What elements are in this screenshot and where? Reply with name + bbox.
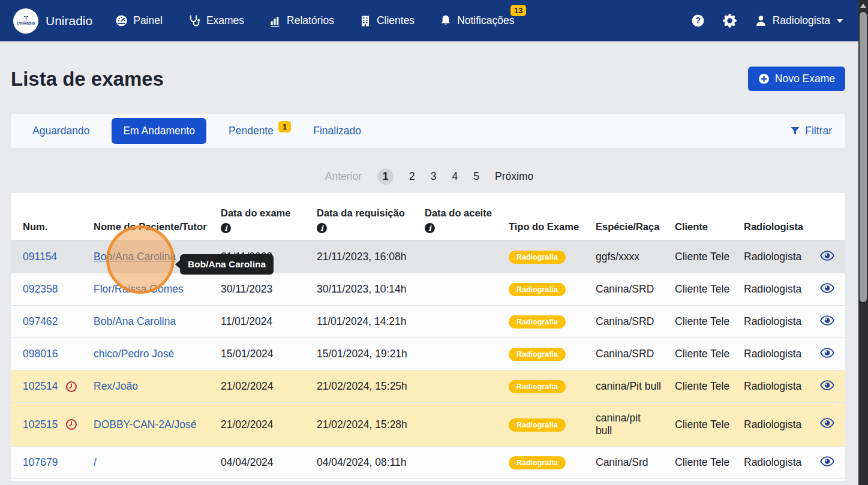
exam-date-cell: 15/01/2024 xyxy=(216,338,312,370)
tab-label: Aguardando xyxy=(32,125,89,137)
tab-pendente[interactable]: Pendente1 xyxy=(229,125,291,137)
patient-name-cell: Bob/Ana Carolina xyxy=(89,306,216,338)
antenna-icon xyxy=(23,16,29,20)
exam-type-badge: Radiografia xyxy=(509,380,566,393)
accept-date-cell xyxy=(420,306,504,338)
exam-number-cell: 097462 xyxy=(11,306,89,338)
exam-number-cell: 102515 xyxy=(11,403,89,447)
view-exam-eye-icon[interactable] xyxy=(820,315,834,326)
funnel-icon xyxy=(790,126,800,136)
patient-name-link[interactable]: Rex/João xyxy=(94,380,138,392)
accept-date-cell xyxy=(420,370,504,403)
exam-number-link[interactable]: 102514 xyxy=(23,380,58,393)
nav-item-notificacoes[interactable]: Notificações13 xyxy=(440,14,514,27)
exam-number-link[interactable]: 102515 xyxy=(23,418,58,431)
patient-name-link[interactable]: DOBBY-CAN-2A/José xyxy=(94,418,197,430)
exam-date-cell: 30/11/2023 xyxy=(216,273,312,306)
nav-item-relatorios[interactable]: Relatórios xyxy=(269,14,334,27)
request-date-cell: 11/01/2024, 14:21h xyxy=(312,306,420,338)
request-date-cell: 04/04/2024, 08:11h xyxy=(312,447,420,479)
view-exam-eye-icon[interactable] xyxy=(820,251,834,261)
notification-count-badge: 13 xyxy=(510,5,526,16)
exam-number-link[interactable]: 107679 xyxy=(23,456,58,469)
request-date-cell: 15/01/2024, 19:21h xyxy=(312,338,420,370)
view-exam-eye-icon[interactable] xyxy=(820,348,834,358)
exam-number-link[interactable]: 097462 xyxy=(23,315,58,328)
brand-home-link[interactable]: UniRadio Uniradio xyxy=(13,8,92,34)
tab-em-andamento[interactable]: Em Andamento xyxy=(112,118,206,144)
user-menu[interactable]: Radiologista xyxy=(755,14,843,27)
exam-number-link[interactable]: 092358 xyxy=(23,283,58,296)
exam-type-cell: Radiografia xyxy=(504,338,591,370)
nav-item-painel[interactable]: Painel xyxy=(115,14,163,27)
filter-label: Filtrar xyxy=(805,125,832,137)
exam-table-body: 091154Bob/Ana Carolina21/11/202321/11/20… xyxy=(11,241,845,479)
scrollbar-thumb[interactable] xyxy=(860,12,867,302)
patient-name-link[interactable]: Bob/Ana Carolina xyxy=(94,315,176,327)
pagination-next[interactable]: Próximo xyxy=(495,170,533,183)
view-exam-eye-icon[interactable] xyxy=(820,456,834,466)
exam-date-cell: 04/04/2024 xyxy=(216,447,312,479)
column-header: Data do aceitei xyxy=(420,193,504,241)
exam-date-cell: 21/02/2024 xyxy=(216,403,312,447)
client-cell: Cliente Tele xyxy=(670,447,739,479)
column-header: Num. xyxy=(11,193,89,241)
exam-row: 091154Bob/Ana Carolina21/11/202321/11/20… xyxy=(11,241,845,273)
exam-type-cell: Radiografia xyxy=(504,447,591,479)
actions-cell xyxy=(815,447,845,479)
accept-date-cell xyxy=(420,447,504,479)
bell-icon xyxy=(440,14,452,27)
new-exam-button[interactable]: Novo Exame xyxy=(748,67,845,91)
column-header: Espécie/Raça xyxy=(591,193,670,241)
exam-number-cell: 102514 xyxy=(11,370,89,403)
view-exam-eye-icon[interactable] xyxy=(820,418,834,428)
accept-date-cell xyxy=(420,241,504,273)
nav-item-clientes[interactable]: Clientes xyxy=(359,14,415,27)
nav-item-exames[interactable]: Exames xyxy=(188,14,244,28)
info-icon: i xyxy=(221,223,231,233)
patient-name-cell: Flor/Raissa Gomes xyxy=(89,273,216,306)
navbar-right: ? Radiologista xyxy=(691,14,843,28)
exam-row: 107679/04/04/202404/04/2024, 08:11hRadio… xyxy=(11,447,845,479)
pagination-page[interactable]: 2 xyxy=(409,170,415,183)
client-cell: Cliente Tele xyxy=(670,370,739,403)
svg-text:?: ? xyxy=(695,16,701,25)
status-tabs: AguardandoEm AndamentoPendente1Finalizad… xyxy=(32,118,361,144)
exam-type-badge: Radiografia xyxy=(509,348,566,361)
help-icon[interactable]: ? xyxy=(691,14,705,28)
nav-item-label: Relatórios xyxy=(287,14,334,27)
radiologist-cell: Radiologista xyxy=(739,273,815,306)
exam-number-link[interactable]: 091154 xyxy=(23,251,57,263)
radiologist-cell: Radiologista xyxy=(739,306,815,338)
patient-name-link[interactable]: Flor/Raissa Gomes xyxy=(94,283,184,295)
patient-name-link[interactable]: chico/Pedro José xyxy=(94,348,174,360)
settings-gear-icon[interactable] xyxy=(723,14,737,28)
patient-name-link[interactable]: / xyxy=(94,456,97,468)
dashboard-icon xyxy=(115,14,128,27)
top-navbar: UniRadio Uniradio PainelExamesRelatórios… xyxy=(0,0,858,41)
pagination-page[interactable]: 3 xyxy=(431,170,437,183)
exam-number-link[interactable]: 098016 xyxy=(23,348,58,360)
brand-label: Uniradio xyxy=(46,14,92,28)
view-exam-eye-icon[interactable] xyxy=(820,380,834,390)
patient-name-cell: Rex/João xyxy=(89,370,216,403)
client-cell: Cliente Tele xyxy=(670,338,739,370)
uniradio-logo: UniRadio xyxy=(13,8,38,34)
patient-name-link[interactable]: Bob/Ana Carolina xyxy=(94,251,176,263)
tab-aguardando[interactable]: Aguardando xyxy=(32,125,89,137)
page-title: Lista de exames xyxy=(11,68,164,91)
exam-type-badge: Radiografia xyxy=(509,315,566,329)
view-exam-eye-icon[interactable] xyxy=(820,283,834,293)
scrollbar-up-arrow-icon[interactable] xyxy=(860,4,866,8)
filter-button[interactable]: Filtrar xyxy=(790,125,832,137)
request-date-cell: 30/11/2023, 10:14h xyxy=(312,273,420,306)
pagination-page[interactable]: 4 xyxy=(452,170,458,183)
exam-date-cell: 21/02/2024 xyxy=(216,370,312,403)
tab-finalizado[interactable]: Finalizado xyxy=(313,125,361,137)
pagination-page-active[interactable]: 1 xyxy=(377,168,394,185)
pagination-page[interactable]: 5 xyxy=(473,170,479,183)
page-scrollbar[interactable] xyxy=(858,0,868,485)
patient-name-cell: chico/Pedro José xyxy=(89,338,216,370)
actions-cell xyxy=(815,273,845,306)
pagination-previous[interactable]: Anterior xyxy=(325,170,362,183)
